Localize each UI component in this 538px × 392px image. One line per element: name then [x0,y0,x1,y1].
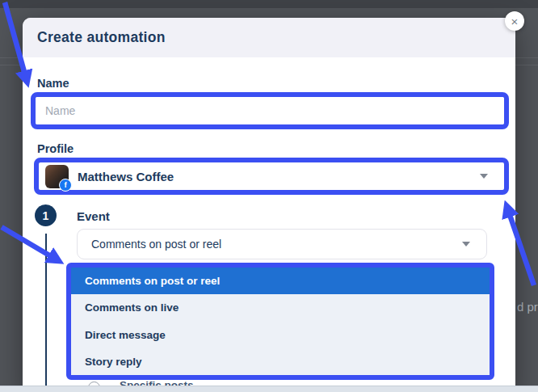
close-icon: × [511,15,519,27]
name-input[interactable] [36,97,504,124]
modal-title: Create automation [37,29,166,46]
dropdown-option-comments-post-reel[interactable]: Comments on post or reel [71,268,490,294]
dropdown-option-story-reply[interactable]: Story reply [71,348,490,375]
background-row-line [515,57,538,58]
profile-label: Profile [37,142,74,155]
name-label: Name [37,77,69,90]
profile-select[interactable]: f Matthews Coffee [34,158,509,195]
event-select[interactable]: Comments on post or reel [77,229,487,259]
name-field-highlight [31,92,509,129]
background-top-band [0,0,538,8]
profile-avatar: f [45,165,69,188]
chevron-down-icon [480,174,488,179]
step-number-badge: 1 [35,204,57,226]
event-select-value: Comments on post or reel [91,238,221,251]
profile-name: Matthews Coffee [78,170,174,183]
close-button[interactable]: × [505,11,524,31]
background-row-line [515,65,538,65]
background-row-line [0,57,23,58]
event-label: Event [77,209,110,223]
step-connector-line [45,234,47,392]
background-partial-text: d pr [517,300,538,314]
background-row-line [0,65,23,65]
dropdown-option-direct-message[interactable]: Direct message [71,322,490,348]
dropdown-option-comments-live[interactable]: Comments on live [71,294,490,321]
event-dropdown-highlight: Comments on post or reel Comments on liv… [66,263,494,380]
bottom-strip [0,386,538,392]
chevron-down-icon [462,242,470,247]
facebook-icon: f [59,179,72,192]
modal-header: Create automation [23,18,515,57]
create-automation-modal: Create automation Name Profile f Matthew… [23,18,515,392]
